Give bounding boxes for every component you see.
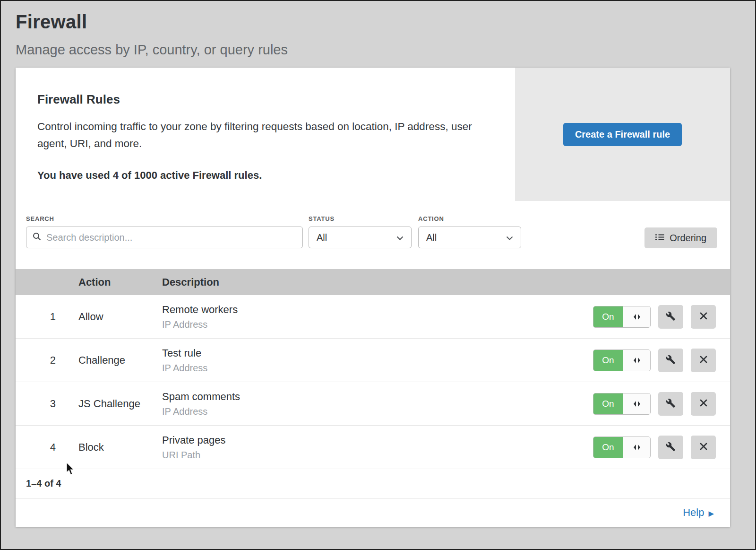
edit-rule-button[interactable]: [658, 349, 683, 372]
rule-match-type: IP Address: [162, 406, 593, 417]
ordering-button[interactable]: Ordering: [644, 227, 717, 248]
search-input[interactable]: [45, 232, 296, 244]
page-subtitle: Manage access by IP, country, or query r…: [16, 42, 755, 58]
rule-toggle[interactable]: On: [593, 349, 651, 371]
rule-match-type: URI Path: [162, 450, 593, 461]
create-firewall-rule-button[interactable]: Create a Firewall rule: [563, 123, 682, 146]
rules-card-description: Control incoming traffic to your zone by…: [37, 118, 486, 152]
rule-controls: On: [593, 392, 730, 416]
toggle-arrows-icon[interactable]: [623, 350, 650, 371]
status-label: STATUS: [309, 215, 418, 222]
chevron-down-icon: [506, 232, 513, 243]
table-row: 3 JS Challenge Spam comments IP Address …: [16, 382, 730, 426]
close-icon: [699, 355, 708, 366]
table-header: Action Description: [16, 269, 730, 295]
rule-match-type: IP Address: [162, 319, 593, 330]
rule-description: Private pages: [162, 434, 593, 446]
edit-rule-button[interactable]: [658, 305, 683, 329]
search-filter-group: SEARCH: [26, 215, 309, 248]
action-select-value: All: [426, 232, 437, 243]
search-field[interactable]: [26, 227, 303, 248]
search-icon: [33, 232, 41, 243]
rule-action: Allow: [78, 311, 162, 323]
wrench-icon: [666, 442, 676, 453]
close-icon: [699, 398, 708, 409]
action-label: ACTION: [418, 215, 528, 222]
ordering-button-label: Ordering: [670, 233, 706, 244]
close-icon: [699, 311, 708, 322]
toggle-arrows-icon[interactable]: [623, 393, 650, 414]
rule-controls: On: [593, 305, 730, 329]
rule-index: 3: [16, 398, 78, 410]
firewall-page: Firewall Manage access by IP, country, o…: [0, 0, 756, 550]
pagination-status: 1–4 of 4: [16, 469, 730, 498]
rule-index: 2: [16, 354, 78, 367]
rule-description-cell: Remote workers IP Address: [162, 304, 593, 330]
help-link[interactable]: Help ▶: [683, 506, 714, 519]
rule-description: Test rule: [162, 347, 593, 359]
rules-info: Firewall Rules Control incoming traffic …: [16, 68, 515, 201]
rules-cta-panel: Create a Firewall rule: [515, 68, 730, 201]
ordering-list-icon: [655, 233, 664, 244]
rule-description-cell: Private pages URI Path: [162, 434, 593, 461]
column-action: Action: [78, 276, 162, 288]
chevron-down-icon: [396, 232, 404, 243]
toggle-on-segment[interactable]: On: [593, 306, 623, 327]
status-filter-group: STATUS All: [309, 215, 418, 248]
toggle-arrows-icon[interactable]: [623, 306, 650, 327]
status-select-value: All: [317, 232, 327, 243]
rules-header-section: Firewall Rules Control incoming traffic …: [16, 68, 730, 201]
rule-index: 4: [16, 441, 78, 454]
rule-description-cell: Test rule IP Address: [162, 347, 593, 374]
delete-rule-button[interactable]: [691, 392, 716, 416]
filters-bar: SEARCH STATUS All ACTION: [16, 201, 730, 269]
wrench-icon: [666, 311, 676, 323]
rule-description-cell: Spam comments IP Address: [162, 391, 593, 417]
rule-action: JS Challenge: [78, 398, 162, 410]
rule-action: Block: [78, 441, 162, 454]
search-label: SEARCH: [26, 215, 309, 222]
rule-controls: On: [593, 436, 730, 459]
page-title: Firewall: [16, 11, 755, 33]
table-row: 1 Allow Remote workers IP Address On: [16, 295, 730, 339]
rule-match-type: IP Address: [162, 363, 593, 374]
toggle-on-segment[interactable]: On: [593, 437, 623, 458]
delete-rule-button[interactable]: [691, 349, 716, 372]
firewall-rules-card: Firewall Rules Control incoming traffic …: [16, 68, 730, 527]
rule-index: 1: [16, 311, 78, 323]
wrench-icon: [666, 355, 676, 366]
close-icon: [699, 442, 708, 453]
wrench-icon: [666, 398, 676, 410]
help-link-label: Help: [683, 506, 704, 519]
help-row: Help ▶: [16, 498, 730, 527]
column-description: Description: [162, 276, 730, 288]
rule-toggle[interactable]: On: [593, 393, 651, 415]
action-select[interactable]: All: [418, 227, 521, 248]
rule-controls: On: [593, 349, 730, 372]
rule-action: Challenge: [78, 354, 162, 367]
delete-rule-button[interactable]: [691, 436, 716, 459]
page-header: Firewall Manage access by IP, country, o…: [1, 1, 755, 58]
rule-description: Remote workers: [162, 304, 593, 316]
rule-toggle[interactable]: On: [593, 437, 651, 458]
edit-rule-button[interactable]: [658, 436, 683, 459]
rules-card-title: Firewall Rules: [37, 92, 496, 107]
rule-description: Spam comments: [162, 391, 593, 403]
arrow-right-icon: ▶: [708, 509, 714, 517]
delete-rule-button[interactable]: [691, 305, 716, 329]
edit-rule-button[interactable]: [658, 392, 683, 416]
table-row: 2 Challenge Test rule IP Address On: [16, 339, 730, 382]
toggle-arrows-icon[interactable]: [623, 437, 650, 458]
action-filter-group: ACTION All: [418, 215, 528, 248]
table-row: 4 Block Private pages URI Path On: [16, 426, 730, 469]
toggle-on-segment[interactable]: On: [593, 350, 623, 371]
status-select[interactable]: All: [309, 227, 412, 248]
rules-usage-text: You have used 4 of 1000 active Firewall …: [37, 169, 496, 182]
rule-toggle[interactable]: On: [593, 306, 651, 328]
toggle-on-segment[interactable]: On: [593, 393, 623, 414]
